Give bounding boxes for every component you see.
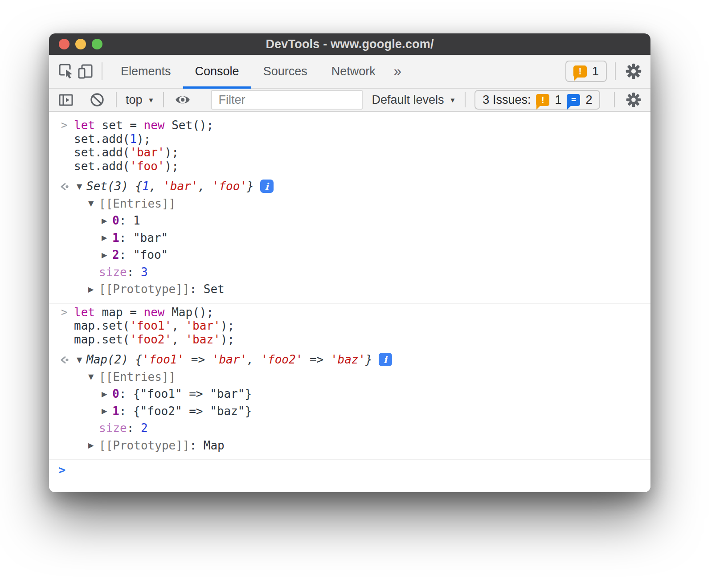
create-live-expression-button[interactable] [173, 91, 192, 109]
token: Set(3) { [86, 180, 142, 193]
tree-row[interactable]: ▶0: {"foo1" => "bar"} [49, 385, 650, 403]
divider [102, 62, 102, 80]
token: 'foo2' [261, 353, 303, 366]
token: let [74, 306, 95, 319]
token: 1 [112, 404, 119, 418]
token: => [184, 353, 212, 366]
expand-arrow-icon[interactable]: ▶ [88, 441, 99, 449]
command-line: let set = new Set(); [49, 118, 650, 132]
tree-row[interactable]: size: 3 [49, 264, 650, 281]
expand-arrow-icon[interactable]: ▶ [102, 407, 112, 415]
console-group: >let map = new Map();map.set('foo1', 'ba… [49, 304, 650, 461]
token: Map [204, 439, 225, 452]
collapse-arrow-icon[interactable]: ▼ [77, 182, 86, 191]
object-preview-row[interactable]: ▼Set(3) {1, 'bar', 'foo'}i [49, 178, 650, 195]
tree-row[interactable]: ▶[[Prototype]]: Set [49, 281, 650, 298]
info-icon[interactable]: i [260, 180, 274, 193]
token: , [149, 180, 163, 193]
tab-label: Network [331, 65, 376, 78]
token: 'bar' [130, 146, 164, 159]
console-panel[interactable]: >let set = new Set();set.add(1);set.add(… [49, 112, 650, 492]
return-value-icon [58, 181, 70, 192]
close-window-button[interactable] [59, 39, 70, 49]
tree-row[interactable]: ▶0: 1 [49, 212, 650, 229]
console-prompt-icon: > [58, 463, 65, 477]
console-settings-button[interactable] [624, 91, 643, 108]
tree-row[interactable]: ▼[[Entries]] [49, 368, 650, 386]
token: , [172, 319, 185, 332]
issue-warning-icon: ! [573, 65, 587, 78]
token: Map(2) { [86, 353, 142, 366]
issues-counter-button[interactable]: ! 1 [565, 61, 607, 82]
token: [[Prototype]] [99, 282, 190, 296]
tree-row[interactable]: size: 2 [49, 420, 650, 437]
token: 0 [112, 214, 119, 227]
tree-row[interactable]: ▶2: "foo" [49, 246, 650, 264]
token: 'foo2' [130, 333, 172, 346]
expand-arrow-icon[interactable]: ▶ [102, 216, 112, 225]
tab-label: Console [195, 65, 239, 78]
expand-arrow-icon[interactable]: ▶ [102, 233, 112, 242]
tab-network[interactable]: Network [319, 55, 388, 88]
tree-row[interactable]: ▶[[Prototype]]: Map [49, 437, 650, 454]
tree-row[interactable]: ▶1: {"foo2" => "baz"} [49, 403, 650, 420]
devtools-window: DevTools - www.google.com/ Elements Cons… [49, 33, 650, 492]
device-toolbar-button[interactable] [76, 55, 95, 88]
more-tabs-button[interactable]: » [388, 55, 408, 88]
expand-arrow-icon[interactable]: ▶ [102, 390, 112, 398]
token: 'foo1' [130, 319, 172, 332]
minimize-window-button[interactable] [75, 39, 86, 49]
token: 1 [112, 231, 119, 245]
window-title: DevTools - www.google.com/ [266, 37, 434, 51]
token: 2 [141, 421, 148, 435]
divider [615, 62, 616, 80]
token: new [144, 118, 165, 132]
object-preview: Set(3) {1, 'bar', 'foo'} [86, 180, 254, 193]
device-toolbar-icon [77, 62, 94, 80]
object-preview-row[interactable]: ▼Map(2) {'foo1' => 'bar', 'foo2' => 'baz… [49, 351, 650, 368]
token: 'bar' [212, 353, 247, 366]
collapse-arrow-icon[interactable]: ▼ [77, 355, 86, 364]
token: 0 [112, 387, 119, 400]
filter-input[interactable] [211, 90, 363, 110]
command-line: map.set('foo1', 'bar'); [49, 319, 650, 333]
tab-elements[interactable]: Elements [109, 55, 183, 88]
expand-arrow-icon[interactable]: ▶ [88, 285, 99, 294]
execution-context-selector[interactable]: top ▼ [126, 93, 154, 107]
token: , [198, 180, 212, 193]
console-sidebar-toggle-button[interactable] [56, 91, 76, 108]
token: 'bar' [163, 180, 198, 193]
inspect-element-button[interactable] [56, 55, 76, 88]
info-icon[interactable]: i [379, 353, 392, 366]
titlebar: DevTools - www.google.com/ [49, 33, 650, 55]
command-message[interactable]: >let map = new Map();map.set('foo1', 'ba… [49, 304, 650, 347]
tab-sources[interactable]: Sources [251, 55, 319, 88]
ban-circle-icon [89, 91, 106, 108]
collapse-arrow-icon[interactable]: ▼ [88, 199, 99, 208]
token: 'bar' [185, 319, 220, 332]
command-message[interactable]: >let set = new Set();set.add(1);set.add(… [49, 117, 650, 173]
token: : [127, 421, 141, 435]
object-preview: Map(2) {'foo1' => 'bar', 'foo2' => 'baz'… [86, 353, 372, 366]
issues-summary-button[interactable]: 3 Issues: ! 1 = 2 [474, 90, 600, 110]
tab-console[interactable]: Console [183, 55, 251, 88]
token: , [247, 353, 261, 366]
collapse-arrow-icon[interactable]: ▼ [88, 372, 99, 381]
expand-arrow-icon[interactable]: ▶ [102, 251, 112, 259]
gear-icon [625, 91, 642, 108]
devtools-tabbar: Elements Console Sources Network » ! 1 [49, 55, 650, 89]
gear-icon [625, 62, 642, 80]
log-levels-selector[interactable]: Default levels ▼ [372, 93, 456, 107]
token: 1 [130, 132, 137, 146]
settings-gear-button[interactable] [624, 62, 643, 80]
tree-row[interactable]: ▼[[Entries]] [49, 195, 650, 212]
issue-warning-count: 1 [555, 93, 561, 107]
log-levels-label: Default levels [372, 93, 444, 107]
console-prompt-row[interactable]: > [49, 460, 650, 490]
command-line: let map = new Map(); [49, 306, 650, 319]
zoom-window-button[interactable] [92, 39, 102, 49]
token: 2 [112, 248, 119, 261]
console-toolbar: top ▼ Default levels ▼ 3 Issues: ! 1 = 2 [49, 89, 650, 112]
tree-row[interactable]: ▶1: "bar" [49, 229, 650, 247]
clear-console-button[interactable] [87, 91, 107, 108]
